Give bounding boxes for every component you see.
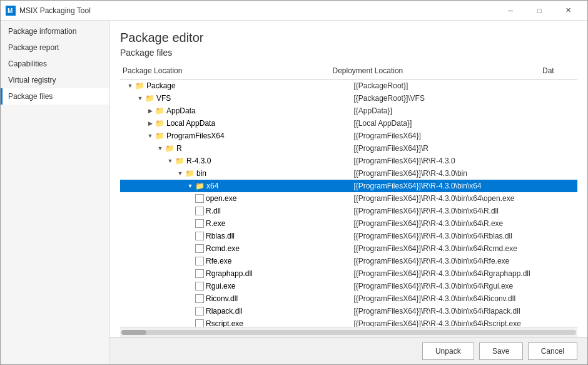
node-label: open.exe — [206, 194, 300, 203]
tree-node-package[interactable]: ▼ 📁 Package [{PackageRoot}] — [120, 80, 577, 92]
close-button[interactable]: ✕ — [554, 1, 582, 21]
node-label: Rscript.exe — [206, 319, 300, 327]
folder-icon: 📁 — [165, 144, 175, 153]
expand-icon: ▼ — [125, 83, 135, 89]
title-bar: M MSIX Packaging Tool ─ □ ✕ — [1, 1, 587, 21]
node-label: bin — [196, 169, 290, 178]
node-label: R.dll — [206, 207, 300, 215]
file-checkbox[interactable] — [195, 307, 204, 316]
sidebar-item-capabilities[interactable]: Capabilities — [1, 56, 109, 72]
sidebar-item-package-report[interactable]: Package report — [1, 39, 109, 56]
node-label: AppData — [166, 106, 260, 115]
file-checkbox[interactable] — [195, 319, 204, 327]
maximize-button[interactable]: □ — [525, 1, 554, 21]
table-header: Package Location Deployment Location Dat — [120, 63, 577, 80]
expand-icon: ▼ — [175, 170, 185, 177]
tree-node-open.exe[interactable]: open.exe [{ProgramFilesX64}]\R\R-4.3.0\b… — [120, 192, 577, 205]
tree-node-r.dll[interactable]: R.dll [{ProgramFilesX64}]\R\R-4.3.0\bin\… — [120, 205, 577, 217]
sidebar-item-virtual-registry[interactable]: Virtual registry — [1, 72, 109, 88]
tree-node-rgui.exe[interactable]: Rgui.exe [{ProgramFilesX64}]\R\R-4.3.0\b… — [120, 280, 577, 292]
minimize-button[interactable]: ─ — [496, 1, 525, 21]
scrollbar-thumb[interactable] — [121, 330, 146, 335]
svg-text:M: M — [8, 8, 13, 14]
deploy-loc: [{ProgramFilesX64}]\R\R-4.3.0\bin\x64 — [349, 182, 575, 190]
deploy-loc: [{ProgramFilesX64}]\R\R-4.3.0\bin\x64\R.… — [349, 219, 575, 228]
folder-icon: 📁 — [175, 157, 185, 165]
unpack-button[interactable]: Unpack — [422, 342, 474, 360]
folder-icon: 📁 — [155, 119, 165, 128]
deploy-loc: [{ProgramFilesX64}]\R\R-4.3.0\bin\x64\R.… — [349, 207, 575, 215]
deploy-loc: [{PackageRoot}] — [349, 81, 575, 90]
deploy-loc: [{ProgramFilesX64}]\R\R-4.3.0\bin\x64\Rf… — [349, 257, 575, 265]
expand-icon: ▶ — [145, 108, 155, 114]
tree-scroll-area[interactable]: ▼ 📁 Package [{PackageRoot}] — [120, 80, 577, 327]
node-label: Rfe.exe — [206, 257, 300, 265]
deploy-loc: [{ProgramFilesX64}]\R\R-4.3.0\bin\x64\Ri… — [349, 294, 575, 303]
file-checkbox[interactable] — [195, 207, 204, 215]
tree-node-riconv.dll[interactable]: Riconv.dll [{ProgramFilesX64}]\R\R-4.3.0… — [120, 292, 577, 305]
tree-node-r[interactable]: ▼ 📁 R [{ProgramFilesX64}]\R — [120, 142, 577, 155]
node-label: R — [176, 144, 270, 153]
node-label: VFS — [156, 94, 250, 103]
folder-icon: 📁 — [145, 94, 155, 103]
tree-node-x64[interactable]: ▼ 📁 x64 [{ProgramFilesX64}]\R\R-4.3.0\bi… — [120, 180, 577, 192]
node-label: ProgramFilesX64 — [166, 131, 260, 140]
sidebar-item-package-information[interactable]: Package information — [1, 23, 109, 39]
node-label: Riconv.dll — [206, 294, 300, 303]
tree-node-r-4.3.0[interactable]: ▼ 📁 R-4.3.0 [{ProgramFilesX64}]\R\R-4.3.… — [120, 155, 577, 167]
sidebar-item-package-files[interactable]: Package files — [1, 88, 109, 105]
expand-icon: ▶ — [145, 120, 155, 126]
deploy-loc: [{ProgramFilesX64}]\R\R-4.3.0\bin\x64\Rg… — [349, 282, 575, 290]
file-checkbox[interactable] — [195, 244, 204, 253]
tree-node-rfe.exe[interactable]: Rfe.exe [{ProgramFilesX64}]\R\R-4.3.0\bi… — [120, 255, 577, 267]
page-title: Package editor — [120, 31, 577, 45]
file-checkbox[interactable] — [195, 282, 204, 290]
file-checkbox[interactable] — [195, 194, 204, 203]
content-subtitle: Package files — [120, 48, 577, 58]
tree-node-vfs[interactable]: ▼ 📁 VFS [{PackageRoot}]\VFS — [120, 92, 577, 105]
content-header: Package editor Package files — [110, 21, 587, 63]
horizontal-scrollbar[interactable] — [120, 327, 577, 337]
folder-icon: 📁 — [155, 106, 165, 115]
file-checkbox[interactable] — [195, 219, 204, 228]
tree-node-local-appdata[interactable]: ▶ 📁 Local AppData [{Local AppData}] — [120, 117, 577, 130]
node-label: Rlapack.dll — [206, 307, 300, 316]
tree-node-programfilesx64[interactable]: ▼ 📁 ProgramFilesX64 [{ProgramFilesX64}] — [120, 130, 577, 142]
expand-icon: ▼ — [145, 133, 155, 139]
tree-node-rscript.exe[interactable]: Rscript.exe [{ProgramFilesX64}]\R\R-4.3.… — [120, 317, 577, 327]
folder-icon: 📁 — [185, 169, 195, 178]
file-checkbox[interactable] — [195, 232, 204, 240]
tree-node-rblas.dll[interactable]: Rblas.dll [{ProgramFilesX64}]\R\R-4.3.0\… — [120, 230, 577, 242]
expand-icon: ▼ — [135, 95, 145, 101]
expand-icon: ▼ — [155, 145, 165, 152]
file-checkbox[interactable] — [195, 257, 204, 265]
content-area: Package editor Package files Package Loc… — [110, 21, 587, 364]
deploy-loc: [{ProgramFilesX64}]\R\R-4.3.0\bin\x64\Rc… — [349, 244, 575, 253]
save-button[interactable]: Save — [479, 342, 523, 360]
deploy-loc: [{ProgramFilesX64}]\R\R-4.3.0\bin\x64\Rs… — [349, 319, 575, 327]
table-container: Package Location Deployment Location Dat… — [120, 63, 577, 337]
deploy-loc: [{ProgramFilesX64}]\R\R-4.3.0\bin — [349, 169, 575, 178]
node-label: Rblas.dll — [206, 232, 300, 240]
sidebar: Package information Package report Capab… — [1, 21, 110, 364]
folder-icon: 📁 — [155, 131, 165, 140]
cancel-button[interactable]: Cancel — [528, 342, 577, 360]
node-label: Rgraphapp.dll — [206, 269, 300, 278]
node-label: Rgui.exe — [206, 282, 300, 290]
node-label: R.exe — [206, 219, 300, 228]
tree-node-appdata[interactable]: ▶ 📁 AppData [{AppData}] — [120, 105, 577, 117]
expand-icon: ▼ — [185, 183, 195, 189]
tree-node-rlapack.dll[interactable]: Rlapack.dll [{ProgramFilesX64}]\R\R-4.3.… — [120, 305, 577, 317]
file-checkbox[interactable] — [195, 269, 204, 278]
deploy-loc: [{ProgramFilesX64}] — [349, 131, 575, 140]
footer: Unpack Save Cancel — [110, 337, 587, 364]
tree-node-rgraphapp.dll[interactable]: Rgraphapp.dll [{ProgramFilesX64}]\R\R-4.… — [120, 267, 577, 280]
deploy-loc: [{ProgramFilesX64}]\R\R-4.3.0\bin\x64\Rb… — [349, 232, 575, 240]
tree-node-r.exe[interactable]: R.exe [{ProgramFilesX64}]\R\R-4.3.0\bin\… — [120, 217, 577, 230]
tree-node-rcmd.exe[interactable]: Rcmd.exe [{ProgramFilesX64}]\R\R-4.3.0\b… — [120, 242, 577, 255]
tree-node-bin[interactable]: ▼ 📁 bin [{ProgramFilesX64}]\R\R-4.3.0\bi… — [120, 167, 577, 180]
file-checkbox[interactable] — [195, 294, 204, 303]
node-label: Local AppData — [166, 119, 260, 128]
col-package-location: Package Location — [120, 65, 330, 76]
col-deployment-location: Deployment Location — [330, 65, 540, 76]
